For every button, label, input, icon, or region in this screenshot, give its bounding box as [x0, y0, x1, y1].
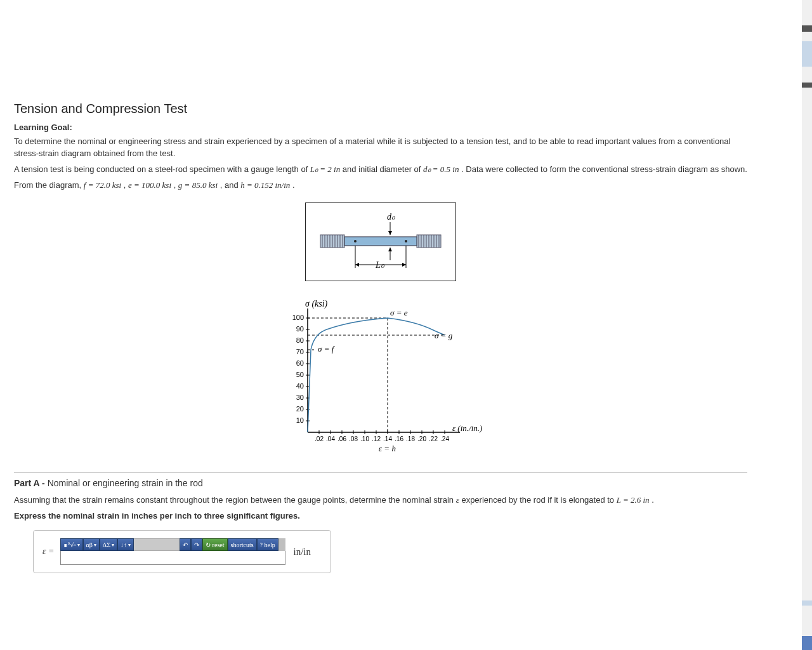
svg-text:.04: .04	[326, 435, 335, 442]
svg-text:.06: .06	[337, 435, 346, 442]
l-value: L = 2.6 in	[617, 495, 650, 505]
svg-point-21	[354, 240, 357, 242]
template-button[interactable]: ∎°√▫▾	[60, 538, 82, 551]
svg-text:.24: .24	[440, 435, 449, 442]
undo-button[interactable]: ↶	[180, 538, 191, 551]
page-scrollbar[interactable]	[802, 0, 812, 586]
specimen-figure: d₀ L₀	[305, 202, 456, 281]
svg-text:.18: .18	[406, 435, 415, 442]
reset-button[interactable]: ↻ reset	[202, 538, 227, 551]
sigma-f-label: σ = f	[318, 344, 336, 354]
svg-text:100: 100	[292, 314, 304, 321]
svg-text:10: 10	[296, 416, 304, 424]
svg-text:80: 80	[296, 336, 304, 344]
svg-marker-26	[388, 248, 392, 251]
h-value: h = 0.152 in/in	[240, 180, 290, 190]
section-divider	[14, 472, 747, 473]
svg-text:40: 40	[296, 382, 304, 390]
l0-expression: L₀ = 2 in	[310, 164, 340, 174]
rod-svg: d₀ L₀	[317, 211, 444, 274]
sigma-g-label: σ = g	[435, 331, 453, 340]
operators-button[interactable]: ΔΣ▾	[100, 538, 117, 551]
learning-goal-label: Learning Goal:	[14, 123, 747, 132]
answer-entry-box: ε = ∎°√▫▾ αβ▾ ΔΣ▾ ↓↑▾ ↶ ↷ ↻ reset shortc…	[33, 530, 331, 573]
d0-label: d₀	[387, 212, 396, 222]
chart-svg: σ (ksi) ε (in./in.) 10 20 30 40 50 60 70…	[276, 299, 485, 458]
learning-goal-text: To determine the nominal or engineering …	[14, 136, 747, 160]
diagram-values-text: From the diagram, f = 72.0 ksi , e = 100…	[14, 180, 747, 192]
svg-text:.22: .22	[429, 435, 438, 442]
equation-toolbar: ∎°√▫▾ αβ▾ ΔΣ▾ ↓↑▾ ↶ ↷ ↻ reset shortcuts …	[60, 538, 285, 551]
answer-input[interactable]	[60, 551, 285, 565]
help-button[interactable]: ? help	[257, 538, 278, 551]
e-value: e = 100.0 ksi	[128, 180, 171, 190]
subscript-button[interactable]: ↓↑▾	[117, 538, 134, 551]
x-axis-label: ε (in./in.)	[452, 423, 482, 433]
svg-text:.12: .12	[372, 435, 381, 442]
part-a-header: Part A - Nominal or engineering strain i…	[14, 478, 747, 488]
y-axis-label: σ (ksi)	[305, 299, 328, 309]
answer-unit: in/in	[293, 547, 311, 557]
svg-text:60: 60	[296, 359, 304, 367]
setup-text: A tension test is being conducted on a s…	[14, 164, 747, 176]
svg-text:90: 90	[296, 325, 304, 333]
svg-text:20: 20	[296, 405, 304, 413]
g-value: g = 85.0 ksi	[178, 180, 218, 190]
sigma-e-label: σ = e	[390, 308, 408, 317]
d0-expression: d₀ = 0.5 in	[423, 164, 459, 174]
eps-h-label: ε = h	[379, 444, 396, 453]
svg-text:.08: .08	[349, 435, 358, 442]
svg-text:.16: .16	[395, 435, 403, 442]
svg-text:.02: .02	[315, 435, 324, 442]
l0-label: L₀	[375, 260, 385, 270]
greek-button[interactable]: αβ▾	[83, 538, 100, 551]
svg-marker-31	[402, 263, 406, 267]
page-title: Tension and Compression Test	[14, 102, 747, 116]
svg-marker-30	[355, 263, 359, 267]
svg-point-22	[405, 240, 407, 242]
f-value: f = 72.0 ksi	[84, 180, 121, 190]
svg-text:.14: .14	[383, 435, 392, 442]
svg-text:.10: .10	[360, 435, 369, 442]
epsilon-equals-label: ε =	[43, 547, 54, 557]
svg-text:30: 30	[296, 394, 304, 401]
shortcuts-button[interactable]: shortcuts	[228, 538, 257, 551]
svg-marker-24	[388, 231, 392, 235]
redo-button[interactable]: ↷	[191, 538, 202, 551]
svg-text:50: 50	[296, 371, 304, 378]
svg-text:.20: .20	[417, 435, 426, 442]
part-a-instruction: Express the nominal strain in inches per…	[14, 510, 747, 522]
svg-text:70: 70	[296, 348, 304, 355]
stress-strain-chart: σ (ksi) ε (in./in.) 10 20 30 40 50 60 70…	[276, 299, 485, 460]
part-a-question: Assuming that the strain remains constan…	[14, 494, 747, 507]
